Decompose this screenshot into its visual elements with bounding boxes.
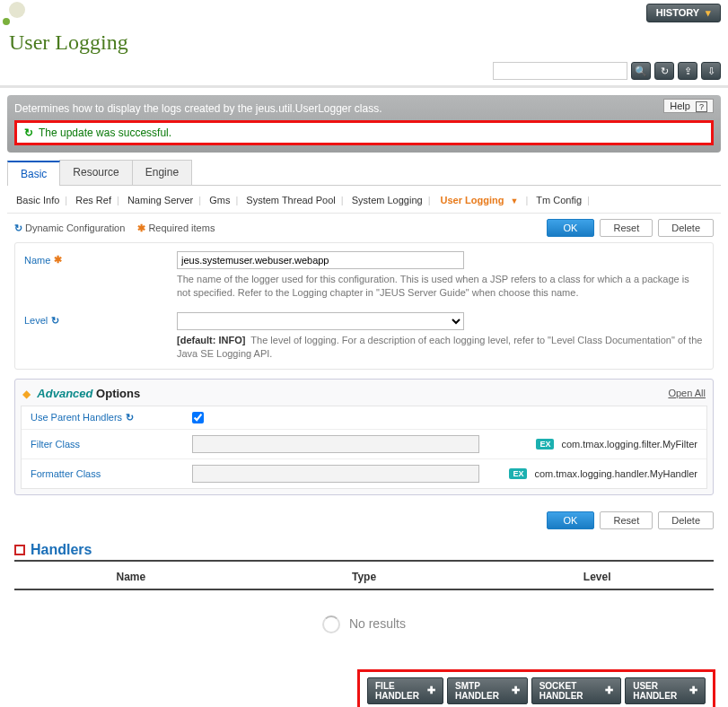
file-handler-button[interactable]: FILE HANDLER✚ (367, 677, 443, 704)
help-label: Help (670, 100, 690, 111)
name-input[interactable] (177, 251, 464, 269)
name-help: The name of the logger used for this con… (177, 273, 704, 301)
ok-button[interactable]: OK (547, 219, 595, 237)
example-badge: EX (509, 468, 527, 479)
export-icon-button[interactable]: ⇪ (678, 62, 697, 80)
success-message-box: ↻ The update was successful. (14, 120, 714, 145)
subnav-gms[interactable]: Gms (209, 195, 230, 205)
level-select[interactable] (177, 312, 464, 330)
col-name: Name (14, 571, 248, 583)
banner-description: Determines how to display the logs creat… (14, 102, 714, 115)
success-text: The update was successful. (39, 127, 171, 139)
dynamic-icon: ↻ (126, 412, 134, 423)
refresh-icon-button[interactable]: ↻ (654, 62, 674, 80)
chevron-down-icon: ▼ (511, 196, 519, 205)
subnav-basic-info[interactable]: Basic Info (16, 195, 59, 205)
page-title: User Logging (9, 31, 728, 55)
example-badge: EX (536, 439, 554, 450)
use-parent-handlers-label: Use Parent Handlers ↻ (31, 412, 192, 423)
reset-button-bottom[interactable]: Reset (600, 511, 653, 529)
legend-dynamic: Dynamic Configuration (25, 223, 125, 233)
filter-class-label: Filter Class (31, 439, 192, 450)
advanced-title-b: Options (92, 387, 140, 400)
plus-icon: ✚ (512, 685, 520, 696)
dynamic-icon: ↻ (51, 315, 59, 327)
chevron-down-icon: ▾ (706, 7, 711, 18)
tab-resource[interactable]: Resource (59, 160, 132, 185)
tab-engine[interactable]: Engine (132, 160, 192, 185)
subnav-user-logging[interactable]: User Logging ▼ (439, 195, 521, 205)
description-banner: Determines how to display the logs creat… (7, 95, 721, 153)
level-label: Level ↻ (24, 312, 168, 327)
reset-button[interactable]: Reset (600, 219, 653, 237)
subnav-system-logging[interactable]: System Logging (352, 195, 423, 205)
subnav-naming-server[interactable]: Naming Server (127, 195, 193, 205)
import-icon: ⇩ (707, 65, 715, 77)
tab-basic[interactable]: Basic (7, 161, 60, 186)
subnav-tm-config[interactable]: Tm Config (536, 195, 582, 205)
no-results: No results (14, 590, 714, 669)
filter-class-input[interactable] (192, 435, 479, 453)
dynamic-icon: ↻ (14, 223, 22, 233)
formatter-class-label: Formatter Class (31, 468, 192, 479)
search-input[interactable] (493, 62, 627, 80)
advanced-title-a: Advanced (37, 387, 92, 400)
required-icon: ✱ (54, 254, 62, 266)
ok-button-bottom[interactable]: OK (547, 511, 595, 529)
section-icon (14, 545, 25, 555)
delete-button[interactable]: Delete (658, 219, 714, 237)
spinner-icon (322, 615, 340, 633)
legend-required: Required items (148, 223, 215, 233)
shield-icon: ◆ (22, 388, 31, 400)
formatter-class-example: com.tmax.logging.handler.MyHandler (534, 468, 697, 479)
plus-icon: ✚ (605, 685, 613, 696)
success-icon: ↻ (24, 127, 33, 139)
help-button[interactable]: Help ? (663, 99, 714, 113)
history-label: HISTORY (656, 7, 699, 18)
socket-handler-button[interactable]: SOCKET HANDLER✚ (531, 677, 622, 704)
col-level: Level (480, 571, 714, 583)
name-label: Name ✱ (24, 251, 168, 266)
export-icon: ⇪ (684, 65, 692, 77)
search-icon: 🔍 (635, 65, 647, 77)
history-button[interactable]: HISTORY ▾ (646, 4, 721, 22)
formatter-class-input[interactable] (192, 465, 479, 483)
import-icon-button[interactable]: ⇩ (701, 62, 721, 80)
use-parent-handlers-checkbox[interactable] (192, 412, 204, 423)
smtp-handler-button[interactable]: SMTP HANDLER✚ (447, 677, 528, 704)
handler-buttons-highlight: FILE HANDLER✚ SMTP HANDLER✚ SOCKET HANDL… (357, 669, 715, 707)
col-type: Type (248, 571, 481, 583)
subnav-system-thread-pool[interactable]: System Thread Pool (246, 195, 335, 205)
handlers-title: Handlers (31, 542, 92, 558)
sub-navigation: Basic Info| Res Ref| Naming Server| Gms|… (7, 186, 721, 214)
refresh-icon: ↻ (661, 65, 669, 77)
user-handler-button[interactable]: USER HANDLER✚ (625, 677, 706, 704)
required-icon: ✱ (137, 223, 145, 233)
delete-button-bottom[interactable]: Delete (658, 511, 714, 529)
plus-icon: ✚ (689, 685, 697, 696)
question-icon: ? (696, 101, 707, 112)
filter-class-example: com.tmax.logging.filter.MyFilter (561, 439, 697, 450)
open-all-link[interactable]: Open All (668, 388, 706, 398)
plus-icon: ✚ (427, 685, 435, 696)
search-icon-button[interactable]: 🔍 (631, 62, 651, 80)
level-help: [default: INFO] The level of logging. Fo… (177, 334, 704, 362)
subnav-res-ref[interactable]: Res Ref (75, 195, 111, 205)
